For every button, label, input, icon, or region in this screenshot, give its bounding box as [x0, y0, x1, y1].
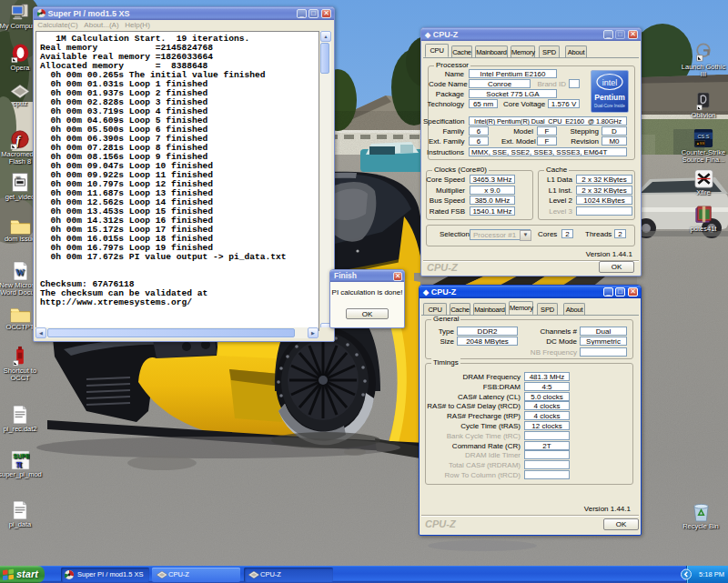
svg-text:Dual-Core Inside: Dual-Core Inside — [594, 104, 625, 108]
svg-text:W: W — [15, 267, 25, 277]
svg-text:avi: avi — [15, 176, 20, 179]
svg-text:CS:S: CS:S — [698, 134, 710, 139]
svg-text:intel: intel — [602, 78, 618, 87]
svg-text:▲SS: ▲SS — [696, 141, 705, 146]
svg-text:Pentium: Pentium — [594, 93, 625, 102]
svg-text:π: π — [15, 458, 22, 469]
